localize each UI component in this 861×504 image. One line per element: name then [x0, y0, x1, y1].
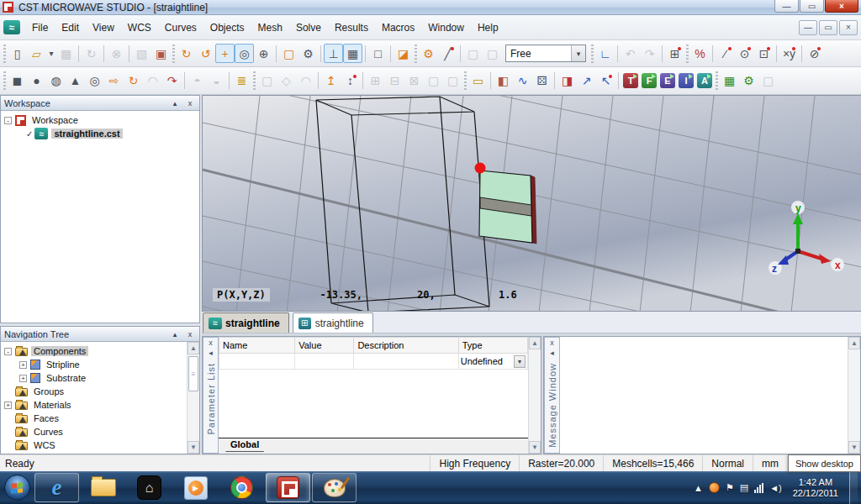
create-cone-button[interactable]: ▲ — [66, 71, 85, 91]
cell-name[interactable] — [219, 354, 295, 370]
toolbar-grip[interactable] — [716, 71, 718, 90]
toolbar-grip[interactable] — [591, 45, 594, 63]
project-file-item[interactable]: ✓ ≈ straightline.cst — [1, 127, 199, 140]
expand-box-icon[interactable]: + — [19, 361, 27, 369]
cell-value[interactable] — [295, 354, 354, 370]
scroll-up-icon[interactable]: ▲ — [848, 337, 860, 349]
rotate-view-button[interactable]: ↻ — [177, 44, 196, 63]
taskbar-cst-button[interactable] — [266, 473, 310, 502]
column-header-name[interactable]: Name — [219, 338, 295, 354]
copy-wcs-button[interactable]: ▢ — [463, 44, 483, 63]
dock-arrow-icon[interactable]: ◂ — [550, 348, 554, 358]
shell-solid-button[interactable]: ▢ — [443, 71, 462, 91]
menu-mesh[interactable]: Mesh — [251, 18, 289, 37]
create-sphere-button[interactable]: ● — [27, 71, 46, 91]
background-material-button[interactable]: ◧ — [494, 71, 513, 91]
message-window-strip[interactable]: x ◂ Message Window — [544, 337, 560, 454]
create-cylinder-button[interactable]: ◍ — [46, 71, 66, 91]
menu-view[interactable]: View — [86, 18, 121, 37]
tab-model-3d[interactable]: ≈ straightline — [203, 312, 289, 333]
tree-item-label[interactable]: Substrate — [44, 373, 88, 383]
taskbar-paint-button[interactable] — [312, 473, 357, 502]
raster-toggle-button[interactable]: ▦ — [343, 44, 362, 63]
collapse-box-icon[interactable]: - — [4, 348, 12, 355]
tree-item-label[interactable]: Curves — [31, 427, 66, 437]
workspace-panel-titlebar[interactable]: Workspace ▴ x — [1, 96, 199, 111]
tray-app-icon[interactable] — [709, 482, 720, 493]
random-seed-button[interactable]: ⚄ — [532, 71, 552, 91]
show-desktop-button[interactable] — [849, 471, 858, 504]
probe-button[interactable]: ↖ — [596, 71, 615, 91]
pick-face-center-button[interactable]: ⊡ — [754, 44, 774, 63]
close-panel-icon[interactable]: x — [184, 99, 196, 108]
menu-file[interactable]: File — [25, 18, 55, 37]
bend-button[interactable]: ↷ — [162, 71, 182, 91]
wcs-mode-select[interactable]: Free ▾ — [505, 45, 586, 62]
workspace-root-label[interactable]: Workspace — [29, 115, 81, 125]
pick-edge-point-button[interactable]: ∕ — [716, 44, 735, 63]
message-scrollbar[interactable]: ▲ ▼ — [848, 337, 860, 454]
solver-eigenmode-button[interactable]: E — [660, 73, 675, 88]
rotate-profile-button[interactable]: ↻ — [124, 71, 143, 91]
tree-item-wcs[interactable]: WCS — [1, 438, 187, 452]
parameter-list-strip[interactable]: x ◂ Parameter List — [203, 337, 219, 454]
tree-item-faces[interactable]: Faces — [1, 412, 187, 425]
menu-help[interactable]: Help — [471, 18, 505, 37]
menu-solve[interactable]: Solve — [289, 18, 328, 37]
global-sheet-tab[interactable]: Global — [219, 438, 271, 452]
boolean-intersect-button[interactable]: ⊠ — [404, 71, 424, 91]
pick-circle-center-button[interactable]: ⊙ — [735, 44, 754, 63]
loft-button[interactable]: ◠ — [143, 71, 162, 91]
boolean-subtract-button[interactable]: ⊟ — [385, 71, 404, 91]
tab-schematic[interactable]: ⊞ straightline — [293, 312, 373, 333]
taskbar-clock[interactable]: 1:42 AM 22/12/2011 — [788, 477, 843, 499]
scroll-down-icon[interactable]: ▼ — [529, 441, 541, 454]
pick-edge-button[interactable]: ╱ — [438, 44, 457, 63]
solver-frequency-button[interactable]: F — [642, 73, 657, 88]
undo-pick-button[interactable]: ↶ — [621, 44, 640, 63]
menu-results[interactable]: Results — [328, 18, 375, 37]
toolbar-grip[interactable] — [415, 45, 417, 63]
tree-item-label[interactable]: Components — [31, 346, 88, 356]
paste-wcs-button[interactable]: ▢ — [483, 44, 502, 63]
column-header-type[interactable]: Type — [458, 338, 527, 354]
pick-coordinates-button[interactable]: ×y — [779, 44, 799, 63]
toolbar-grip[interactable] — [464, 71, 467, 90]
zoom-dynamic-button[interactable]: ◎ — [235, 44, 254, 63]
collapse-panel-icon[interactable]: ▴ — [169, 330, 181, 339]
collapse-box-icon[interactable]: - — [4, 117, 12, 124]
bounding-box-button[interactable]: □ — [368, 44, 388, 63]
toolbar-grip[interactable] — [3, 45, 6, 63]
tree-item-materials[interactable]: + Materials — [1, 398, 187, 412]
tray-network-icon[interactable] — [754, 483, 763, 493]
create-brick-button[interactable]: ◼ — [8, 71, 27, 91]
workspace-root-item[interactable]: - Workspace — [1, 113, 199, 127]
tray-expand-icon[interactable]: ▲ — [694, 483, 703, 493]
type-dropdown-icon[interactable]: ▾ — [514, 355, 526, 368]
taskbar-media-home-button[interactable]: ⌂ — [127, 473, 172, 502]
solver-integral-button[interactable]: I — [679, 73, 694, 88]
solver-transient-button[interactable]: T — [623, 73, 638, 88]
expand-box-icon[interactable]: + — [19, 375, 27, 382]
mesh-properties-button[interactable]: ⚙ — [739, 71, 758, 91]
tray-volume-icon[interactable]: ◄) — [769, 483, 782, 493]
axes-toggle-button[interactable]: ⊥ — [324, 44, 343, 63]
scroll-up-icon[interactable]: ▲ — [188, 342, 199, 354]
shape-round-button[interactable]: ◓ — [188, 71, 207, 91]
units-button[interactable]: ▭ — [468, 71, 488, 91]
save-button[interactable]: ▦ — [56, 44, 76, 63]
boundary-conditions-button[interactable]: ◨ — [557, 71, 577, 91]
tree-item-stripline[interactable]: + Stripline — [1, 358, 187, 371]
menu-curves[interactable]: Curves — [158, 18, 203, 37]
scroll-down-icon[interactable]: ▼ — [848, 441, 860, 454]
new-file-button[interactable]: ▯ — [8, 44, 27, 63]
toolbar-grip[interactable] — [3, 71, 6, 90]
tree-item-label[interactable]: Faces — [31, 413, 61, 423]
menu-edit[interactable]: Edit — [55, 18, 86, 37]
taskbar-explorer-button[interactable] — [81, 473, 125, 502]
tree-item-label[interactable]: Materials — [31, 400, 74, 410]
clear-picks-button[interactable]: ⊘ — [805, 44, 824, 63]
extrude-button[interactable]: ⇨ — [104, 71, 124, 91]
pan-view-button[interactable]: + — [215, 44, 235, 63]
chevron-down-icon[interactable]: ▾ — [571, 45, 585, 61]
